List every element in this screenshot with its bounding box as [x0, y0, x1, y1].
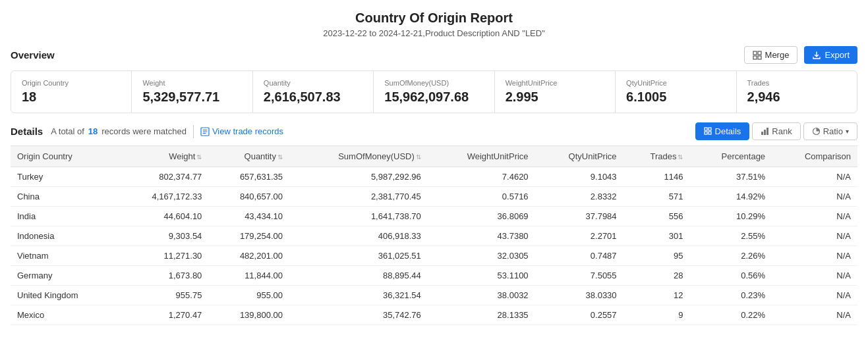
cell-origin_country: Turkey: [11, 167, 117, 187]
table-row: Germany1,673.8011,844.0088,895.4453.1100…: [11, 266, 857, 286]
col-header-weight_unit_price: WeightUnitPrice: [428, 146, 535, 167]
tab-ratio[interactable]: Ratio ▾: [803, 122, 857, 140]
tab-details[interactable]: Details: [695, 122, 750, 140]
col-label: Weight: [169, 151, 195, 161]
stat-label: SumOfMoney(USD): [384, 79, 483, 87]
cell-weight_unit_price: 7.4620: [428, 167, 535, 187]
cell-origin_country: Indonesia: [11, 226, 117, 246]
stat-value: 15,962,097.68: [384, 90, 483, 105]
cell-quantity: 43,434.10: [208, 207, 289, 226]
view-trade-link[interactable]: View trade records: [200, 126, 283, 136]
cell-comparison: N/A: [772, 207, 857, 226]
cell-percentage: 10.29%: [689, 207, 772, 226]
cell-trades: 301: [623, 226, 690, 246]
col-label: Trades: [650, 151, 676, 161]
details-left: Details A total of 18 records were match…: [11, 125, 283, 138]
col-header-percentage: Percentage: [689, 146, 772, 167]
cell-trades: 571: [623, 187, 690, 207]
cell-weight: 44,604.10: [117, 207, 208, 226]
svg-rect-1: [758, 51, 761, 55]
stat-label: Weight: [142, 79, 241, 87]
tab-label: Rank: [772, 126, 792, 136]
cell-percentage: 2.26%: [689, 246, 772, 266]
export-button[interactable]: Export: [804, 46, 857, 64]
stat-card-trades: Trades 2,946: [737, 71, 857, 113]
sort-icon: ⇅: [277, 153, 283, 161]
cell-comparison: N/A: [772, 286, 857, 305]
total-text: A total of: [51, 126, 84, 136]
col-header-trades[interactable]: Trades⇅: [623, 146, 690, 167]
cell-qty_unit_price: 9.1043: [535, 167, 623, 187]
table-row: China4,167,172.33840,657.002,381,770.450…: [11, 187, 857, 207]
cell-weight_unit_price: 28.1335: [428, 305, 535, 325]
data-table: Origin CountryWeight⇅Quantity⇅SumOfMoney…: [11, 145, 857, 325]
divider: [193, 125, 194, 138]
cell-weight_unit_price: 53.1100: [428, 266, 535, 286]
cell-weight: 802,374.77: [117, 167, 208, 187]
report-title: Country Of Origin Report: [11, 11, 857, 26]
stat-value: 2,946: [747, 90, 846, 105]
cell-weight_unit_price: 0.5716: [428, 187, 535, 207]
svg-rect-0: [753, 51, 757, 55]
table-row: India44,604.1043,434.101,641,738.7036.80…: [11, 207, 857, 226]
stat-label: Quantity: [264, 79, 362, 87]
col-header-quantity[interactable]: Quantity⇅: [208, 146, 289, 167]
stats-row: Origin Country 18 Weight 5,329,577.71 Qu…: [11, 70, 857, 113]
cell-sum_money: 2,381,770.45: [289, 187, 428, 207]
cell-weight: 1,270.47: [117, 305, 208, 325]
cell-comparison: N/A: [772, 266, 857, 286]
stat-label: Trades: [747, 79, 846, 87]
cell-trades: 95: [623, 246, 690, 266]
cell-percentage: 0.56%: [689, 266, 772, 286]
col-label: Origin Country: [17, 151, 72, 161]
cell-quantity: 139,800.00: [208, 305, 289, 325]
records-text: records were matched: [101, 126, 187, 136]
cell-quantity: 657,631.35: [208, 167, 289, 187]
cell-trades: 1146: [623, 167, 690, 187]
cell-comparison: N/A: [772, 305, 857, 325]
stat-label: QtyUnitPrice: [626, 79, 725, 87]
details-icon: [704, 127, 712, 136]
col-header-weight[interactable]: Weight⇅: [117, 146, 208, 167]
cell-comparison: N/A: [772, 187, 857, 207]
total-count: 18: [88, 126, 98, 136]
svg-rect-10: [764, 130, 766, 135]
cell-comparison: N/A: [772, 226, 857, 246]
cell-qty_unit_price: 38.0330: [535, 286, 623, 305]
stat-value: 18: [22, 90, 121, 105]
cell-origin_country: India: [11, 207, 117, 226]
stat-value: 2,616,507.83: [264, 90, 362, 105]
cell-sum_money: 1,641,738.70: [289, 207, 428, 226]
overview-actions: Merge Export: [744, 46, 857, 64]
overview-label: Overview: [11, 49, 55, 61]
table-row: United Kingdom955.75955.0036,321.5438.00…: [11, 286, 857, 305]
cell-weight_unit_price: 38.0032: [428, 286, 535, 305]
svg-rect-5: [705, 128, 707, 130]
cell-quantity: 840,657.00: [208, 187, 289, 207]
stat-card-sumofmoney-usd-: SumOfMoney(USD) 15,962,097.68: [374, 71, 494, 113]
ratio-dropdown-icon: ▾: [846, 128, 849, 135]
svg-rect-6: [709, 128, 711, 130]
overview-bar: Overview Merge Export: [11, 46, 857, 64]
svg-rect-7: [705, 132, 707, 134]
cell-sum_money: 88,895.44: [289, 266, 428, 286]
col-header-qty_unit_price: QtyUnitPrice: [535, 146, 623, 167]
tab-rank[interactable]: Rank: [752, 122, 800, 140]
cell-weight: 4,167,172.33: [117, 187, 208, 207]
view-trade-icon: [200, 127, 210, 136]
stat-card-weightunitprice: WeightUnitPrice 2.995: [495, 71, 616, 113]
cell-qty_unit_price: 37.7984: [535, 207, 623, 226]
details-title: Details: [11, 126, 43, 137]
cell-comparison: N/A: [772, 246, 857, 266]
stat-card-qtyunitprice: QtyUnitPrice 6.1005: [616, 71, 736, 113]
col-header-sum_money[interactable]: SumOfMoney(USD)⇅: [289, 146, 428, 167]
stat-card-origin-country: Origin Country 18: [11, 71, 132, 113]
cell-origin_country: Vietnam: [11, 246, 117, 266]
tab-label: Details: [715, 126, 741, 136]
cell-origin_country: United Kingdom: [11, 286, 117, 305]
merge-button[interactable]: Merge: [744, 46, 798, 64]
col-label: Comparison: [805, 151, 851, 161]
cell-sum_money: 36,321.54: [289, 286, 428, 305]
cell-qty_unit_price: 0.2557: [535, 305, 623, 325]
sort-icon: ⇅: [196, 153, 202, 161]
